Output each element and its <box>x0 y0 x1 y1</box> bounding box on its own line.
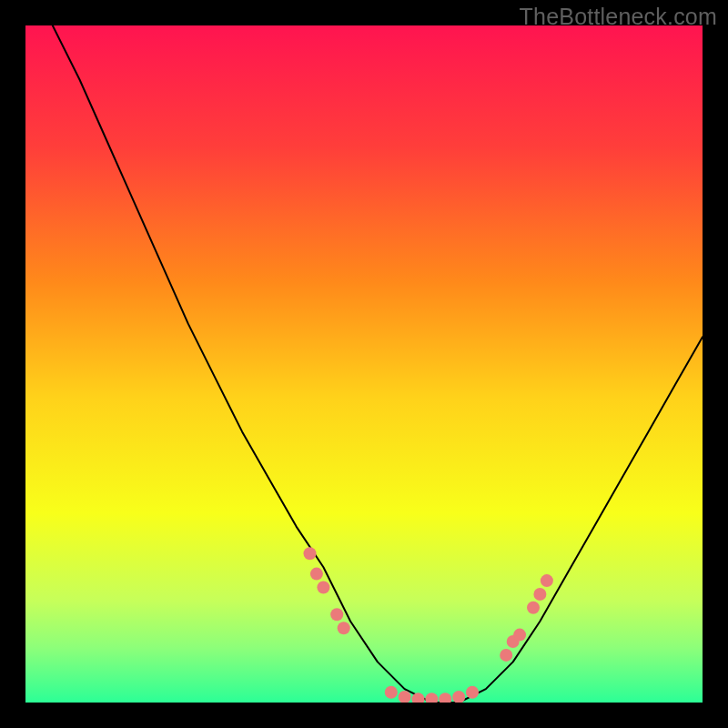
data-marker <box>500 649 512 662</box>
data-marker <box>310 568 323 581</box>
data-marker <box>466 686 479 699</box>
data-marker <box>527 602 540 614</box>
data-marker <box>533 588 546 601</box>
data-marker <box>385 686 398 699</box>
data-marker <box>541 574 553 587</box>
watermark-text: TheBottleneck.com <box>520 4 717 30</box>
plot-background <box>25 25 703 703</box>
data-marker <box>330 608 343 621</box>
chart-frame: TheBottleneck.com <box>0 0 728 728</box>
data-marker <box>513 629 526 642</box>
data-marker <box>304 547 317 560</box>
bottleneck-plot <box>25 25 703 703</box>
data-marker <box>338 622 350 634</box>
data-marker <box>317 581 329 594</box>
plot-svg <box>25 25 703 703</box>
